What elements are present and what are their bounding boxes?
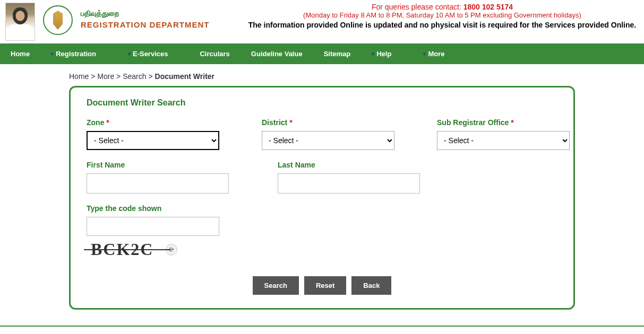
timing-text: (Monday to Friday 8 AM to 8 PM, Saturday… xyxy=(246,11,639,19)
nav-guideline[interactable]: Guideline Value xyxy=(241,43,313,64)
info-text: The information provided Online is updat… xyxy=(246,21,639,29)
official-photo xyxy=(5,3,35,41)
nav-home[interactable]: Home xyxy=(0,43,40,64)
lname-label: Last Name xyxy=(278,161,426,169)
zone-select[interactable]: - Select - xyxy=(87,131,219,150)
content-area: Home > More > Search > Document Writer D… xyxy=(0,64,644,318)
nav-sitemap[interactable]: Sitemap xyxy=(313,43,362,64)
search-button[interactable]: Search xyxy=(253,276,299,295)
search-card: Document Writer Search Zone * - Select -… xyxy=(69,86,575,310)
breadcrumb-home[interactable]: Home xyxy=(69,72,89,81)
captcha-label: Type the code shown xyxy=(87,204,235,213)
govt-emblem xyxy=(43,5,73,35)
back-button[interactable]: Back xyxy=(351,276,391,295)
dept-name-english: REGISTRATION DEPARTMENT xyxy=(81,20,209,29)
chevron-down-icon: ▾ xyxy=(423,51,426,57)
lname-group: Last Name xyxy=(278,161,426,194)
chevron-down-icon: ▾ xyxy=(372,51,374,57)
phone-number: 1800 102 5174 xyxy=(463,3,513,11)
breadcrumb-search[interactable]: Search xyxy=(123,72,146,81)
main-nav: Home ▾Registration ▾E-Services Circulars… xyxy=(0,43,644,64)
fname-input[interactable] xyxy=(87,173,229,194)
district-select[interactable]: - Select - xyxy=(262,131,394,150)
dept-title-block: பதிவுத்துறை REGISTRATION DEPARTMENT xyxy=(81,9,209,29)
nav-circulars[interactable]: Circulars xyxy=(189,43,240,64)
chevron-down-icon: ▾ xyxy=(51,51,54,57)
reset-button[interactable]: Reset xyxy=(304,276,346,295)
fname-label: First Name xyxy=(87,161,235,169)
contact-info: For queries please contact: 1800 102 517… xyxy=(246,0,639,29)
zone-group: Zone * - Select - xyxy=(87,118,219,150)
breadcrumb-more[interactable]: More xyxy=(97,72,114,81)
dept-name-tamil: பதிவுத்துறை xyxy=(81,9,209,18)
query-line: For queries please contact: 1800 102 517… xyxy=(246,3,639,11)
sro-label: Sub Registrar Office * xyxy=(437,118,570,127)
button-row: Search Reset Back xyxy=(87,276,557,295)
footer-divider xyxy=(0,326,644,327)
header: பதிவுத்துறை REGISTRATION DEPARTMENT For … xyxy=(0,0,644,43)
nav-more[interactable]: ▾More xyxy=(413,43,455,64)
chevron-down-icon: ▾ xyxy=(128,51,131,57)
fname-group: First Name xyxy=(87,161,235,194)
zone-label: Zone * xyxy=(87,118,219,127)
sro-group: Sub Registrar Office * - Select - xyxy=(437,118,570,150)
nav-registration[interactable]: ▾Registration xyxy=(40,43,107,64)
captcha-image: BCK2C xyxy=(87,239,158,260)
query-prefix: For queries please contact: xyxy=(372,3,463,11)
district-group: District * - Select - xyxy=(262,118,394,150)
breadcrumb: Home > More > Search > Document Writer xyxy=(69,72,575,81)
district-label: District * xyxy=(262,118,394,127)
lname-input[interactable] xyxy=(278,173,420,194)
captcha-group: Type the code shown BCK2C ⟳ xyxy=(87,204,235,260)
nav-help[interactable]: ▾Help xyxy=(361,43,402,64)
card-title: Document Writer Search xyxy=(87,98,557,108)
captcha-input[interactable] xyxy=(87,217,219,236)
nav-eservices[interactable]: ▾E-Services xyxy=(117,43,179,64)
breadcrumb-current: Document Writer xyxy=(155,72,215,81)
sro-select[interactable]: - Select - xyxy=(437,131,570,150)
